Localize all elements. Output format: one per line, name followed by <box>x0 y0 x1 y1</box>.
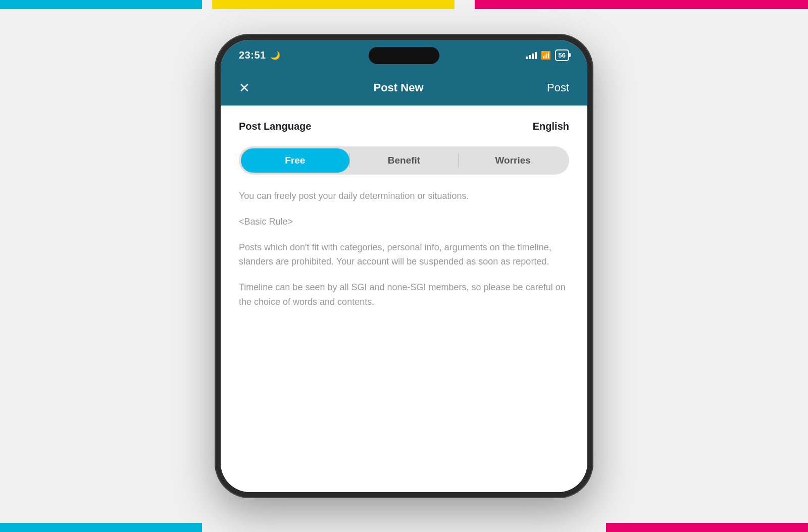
description-timeline-note: Timeline can be seen by all SGI and none… <box>239 280 569 309</box>
battery-icon: 56 <box>555 49 569 61</box>
segment-free[interactable]: Free <box>241 148 349 173</box>
description-intro-section: You can freely post your daily determina… <box>239 189 569 203</box>
bottom-bar-pink <box>606 523 808 532</box>
status-icons: 📶 56 <box>526 49 569 61</box>
status-time: 23:51 <box>239 49 266 61</box>
content-area: Post Language English Free Benefit Worri… <box>221 105 587 492</box>
wifi-icon: 📶 <box>541 50 551 60</box>
segment-worries[interactable]: Worries <box>459 148 567 173</box>
post-language-label: Post Language <box>239 121 311 132</box>
dynamic-island <box>369 47 439 64</box>
close-button[interactable]: ✕ <box>239 80 250 96</box>
segment-control: Free Benefit Worries <box>239 146 569 175</box>
moon-icon: 🌙 <box>270 50 280 60</box>
description-intro: You can freely post your daily determina… <box>239 189 569 203</box>
post-language-row: Post Language English <box>239 121 569 132</box>
description-rule-title: <Basic Rule> <box>239 215 569 229</box>
description-rule-section: <Basic Rule> Posts which don't fit with … <box>239 215 569 269</box>
status-bar: 23:51 🌙 📶 56 <box>221 40 587 70</box>
top-bar-cyan <box>0 0 202 9</box>
segment-benefit[interactable]: Benefit <box>350 148 459 173</box>
post-language-value[interactable]: English <box>533 121 569 132</box>
nav-title: Post New <box>373 81 423 94</box>
description-timeline-section: Timeline can be seen by all SGI and none… <box>239 280 569 309</box>
top-bar-yellow <box>212 0 454 9</box>
description-rule-body: Posts which don't fit with categories, p… <box>239 240 569 270</box>
bottom-bar-cyan <box>0 523 202 532</box>
top-bar-pink <box>475 0 808 9</box>
phone-screen: 23:51 🌙 📶 56 <box>221 40 587 492</box>
post-button[interactable]: Post <box>547 81 569 94</box>
screen-content: Post Language English Free Benefit Worri… <box>221 105 587 492</box>
signal-icon <box>526 51 537 59</box>
nav-bar: ✕ Post New Post <box>221 70 587 105</box>
phone-frame: 23:51 🌙 📶 56 <box>215 34 593 498</box>
